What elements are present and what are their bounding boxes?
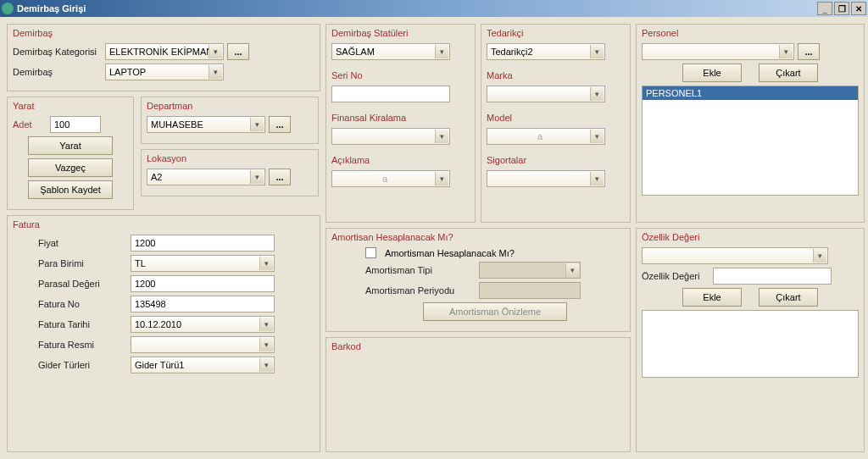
departman-select[interactable]: MUHASEBE▾ bbox=[147, 116, 265, 133]
ozellik-cikart-button[interactable]: Çıkart bbox=[759, 288, 818, 307]
kategori-browse-button[interactable]: ... bbox=[227, 43, 249, 60]
tedarikci-select[interactable]: Tedarikçi2▾ bbox=[487, 43, 605, 60]
parasal-degeri-input[interactable] bbox=[131, 275, 275, 292]
chevron-down-icon: ▾ bbox=[590, 130, 604, 143]
personel-list[interactable]: PERSONEL1 bbox=[642, 86, 859, 196]
para-birimi-label: Para Birimi bbox=[38, 258, 127, 268]
group-statu: Demirbaş Statüleri SAĞLAM▾ Seri No Finan… bbox=[326, 24, 476, 223]
chevron-down-icon: ▾ bbox=[250, 170, 264, 184]
personel-browse-button[interactable]: ... bbox=[798, 43, 820, 60]
group-amortisman-title: Amortisan Hesaplanacak Mı? bbox=[331, 232, 625, 242]
chevron-down-icon: ▾ bbox=[435, 45, 448, 58]
adet-label: Adet bbox=[13, 119, 47, 130]
group-barkod-title: Barkod bbox=[331, 341, 625, 351]
amort-onizleme-button[interactable]: Amortisman Önizleme bbox=[423, 302, 567, 321]
fatura-resmi-label: Fatura Resmi bbox=[38, 340, 127, 350]
ozellik-degeri-label: Özellik Değeri bbox=[642, 271, 709, 281]
amort-check-label: Amortisman Hesaplanacak Mı? bbox=[385, 248, 515, 258]
model-select[interactable]: a▾ bbox=[487, 128, 605, 145]
personel-select[interactable]: ▾ bbox=[642, 43, 794, 60]
amort-periyod-label: Amortisman Periyodu bbox=[365, 285, 476, 296]
chevron-down-icon: ▾ bbox=[250, 118, 264, 131]
personel-cikart-button[interactable]: Çıkart bbox=[759, 64, 818, 82]
adet-input[interactable] bbox=[50, 116, 101, 133]
amort-tipi-select[interactable]: ▾ bbox=[479, 262, 581, 279]
kategori-select[interactable]: ELEKTRONİK EKİPMAN▾ bbox=[105, 43, 224, 60]
column-middle: Demirbaş Statüleri SAĞLAM▾ Seri No Finan… bbox=[326, 24, 631, 452]
group-tedarikci-title: Tedarikçi bbox=[487, 28, 625, 38]
serino-label: Seri No bbox=[331, 70, 470, 80]
chevron-down-icon: ▾ bbox=[435, 130, 448, 143]
kategori-label: Demirbaş Kategorisi bbox=[13, 47, 102, 57]
chevron-down-icon: ▾ bbox=[259, 358, 273, 372]
app-icon bbox=[2, 3, 14, 14]
titlebar: Demirbaş Girişi _ ❐ ✕ bbox=[0, 0, 868, 17]
group-lokasyon: Lokasyon A2▾ ... bbox=[141, 149, 319, 196]
ozellik-select[interactable]: ▾ bbox=[642, 247, 828, 264]
statu-select[interactable]: SAĞLAM▾ bbox=[331, 43, 450, 60]
group-personel: Personel ▾ ... Ekle Çıkart PERSONEL1 bbox=[636, 24, 865, 223]
personel-ekle-button[interactable]: Ekle bbox=[682, 64, 742, 82]
serino-input[interactable] bbox=[331, 86, 450, 102]
fatura-no-input[interactable] bbox=[131, 296, 275, 312]
finkir-select[interactable]: ▾ bbox=[331, 128, 450, 145]
departman-browse-button[interactable]: ... bbox=[269, 116, 291, 133]
aciklama-select[interactable]: a▾ bbox=[331, 170, 450, 187]
chevron-down-icon: ▾ bbox=[209, 45, 222, 58]
lokasyon-select[interactable]: A2▾ bbox=[147, 169, 265, 185]
list-item[interactable]: PERSONEL1 bbox=[643, 86, 858, 100]
window-buttons: _ ❐ ✕ bbox=[817, 2, 866, 15]
group-yarat: Yarat Adet Yarat Vazgeç Şablon Kaydet bbox=[7, 97, 134, 210]
finkir-label: Finansal Kiralama bbox=[331, 113, 470, 123]
group-departman: Departman MUHASEBE▾ ... bbox=[141, 97, 319, 144]
amort-tipi-label: Amortisman Tipi bbox=[365, 265, 476, 275]
chevron-down-icon: ▾ bbox=[590, 45, 604, 58]
chevron-down-icon: ▾ bbox=[209, 65, 222, 79]
marka-select[interactable]: ▾ bbox=[487, 86, 605, 102]
group-demirbas: Demirbaş Demirbaş Kategorisi ELEKTRONİK … bbox=[7, 24, 320, 91]
chevron-down-icon: ▾ bbox=[259, 338, 273, 351]
group-fatura-title: Fatura bbox=[13, 219, 314, 230]
demirbas-select[interactable]: LAPTOP▾ bbox=[105, 64, 224, 80]
para-birimi-select[interactable]: TL▾ bbox=[131, 255, 275, 272]
fiyat-input[interactable] bbox=[131, 235, 275, 252]
close-button[interactable]: ✕ bbox=[851, 2, 866, 15]
aciklama-label: Açıklama bbox=[331, 155, 470, 165]
lokasyon-browse-button[interactable]: ... bbox=[269, 169, 291, 185]
sigorta-select[interactable]: ▾ bbox=[487, 170, 605, 187]
vazgec-button[interactable]: Vazgeç bbox=[28, 158, 113, 177]
chevron-down-icon: ▾ bbox=[813, 249, 826, 263]
group-departman-title: Departman bbox=[147, 101, 313, 111]
group-yarat-title: Yarat bbox=[13, 101, 128, 111]
minimize-button[interactable]: _ bbox=[817, 2, 832, 15]
yarat-button[interactable]: Yarat bbox=[28, 136, 113, 155]
chevron-down-icon: ▾ bbox=[435, 172, 448, 185]
chevron-down-icon: ▾ bbox=[590, 87, 604, 101]
column-right: Personel ▾ ... Ekle Çıkart PERSONEL1 Öze… bbox=[636, 24, 865, 452]
chevron-down-icon: ▾ bbox=[590, 172, 604, 185]
ozellik-ekle-button[interactable]: Ekle bbox=[682, 288, 742, 307]
group-lokasyon-title: Lokasyon bbox=[147, 153, 313, 163]
group-ozellik-title: Özellik Değeri bbox=[642, 232, 859, 242]
window-title: Demirbaş Girişi bbox=[17, 3, 817, 14]
parasal-degeri-label: Parasal Değeri bbox=[38, 279, 127, 289]
gider-turleri-label: Gider Türleri bbox=[38, 360, 127, 370]
group-amortisman: Amortisan Hesaplanacak Mı? Amortisman He… bbox=[326, 228, 631, 332]
fatura-tarihi-select[interactable]: 10.12.2010▾ bbox=[131, 316, 275, 333]
group-barkod: Barkod bbox=[326, 337, 631, 452]
fatura-resmi-select[interactable]: ▾ bbox=[131, 336, 275, 353]
group-ozellik: Özellik Değeri ▾ Özellik Değeri Ekle Çık… bbox=[636, 228, 865, 452]
group-personel-title: Personel bbox=[642, 28, 859, 38]
amort-checkbox[interactable] bbox=[365, 247, 376, 258]
fiyat-label: Fiyat bbox=[38, 238, 127, 248]
chevron-down-icon: ▾ bbox=[565, 263, 579, 277]
chevron-down-icon: ▾ bbox=[779, 45, 793, 58]
chevron-down-icon: ▾ bbox=[259, 318, 273, 331]
amort-periyod-input[interactable] bbox=[479, 282, 581, 299]
maximize-button[interactable]: ❐ bbox=[834, 2, 849, 15]
ozellik-degeri-input[interactable] bbox=[713, 268, 832, 285]
gider-turleri-select[interactable]: Gider Türü1▾ bbox=[131, 357, 275, 373]
ozellik-list[interactable] bbox=[642, 310, 859, 378]
fatura-tarihi-label: Fatura Tarihi bbox=[38, 319, 127, 329]
sablon-kaydet-button[interactable]: Şablon Kaydet bbox=[28, 180, 113, 199]
